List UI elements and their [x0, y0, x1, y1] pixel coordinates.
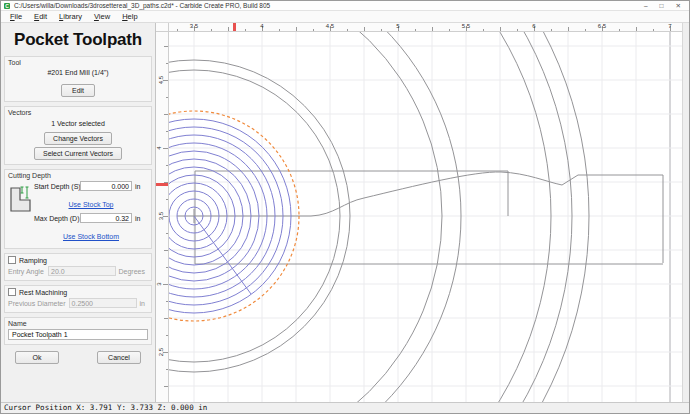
cursor-position-marker-x: [233, 23, 236, 31]
ruler-label: 3.5: [190, 23, 198, 29]
ruler-tick: [164, 250, 168, 251]
minimize-icon[interactable]: –: [644, 1, 648, 11]
vectors-group: Vectors 1 Vector selected Change Vectors…: [4, 106, 152, 165]
ruler-tick: [381, 29, 382, 32]
close-icon[interactable]: ✕: [676, 1, 681, 11]
ruler-label: 3: [156, 282, 162, 285]
ruler-tick: [619, 29, 620, 32]
ruler-tick: [166, 97, 169, 98]
ruler-tick: [166, 199, 169, 200]
previous-diameter-input: 0.2500: [69, 298, 137, 308]
entry-angle-label: Entry Angle: [8, 268, 48, 275]
ruler-tick: [164, 114, 168, 115]
window-controls: – □ ✕: [644, 1, 689, 11]
use-stock-top-link[interactable]: Use Stock Top: [68, 201, 113, 208]
ruler-tick: [636, 27, 637, 31]
entry-angle-input: 20.0: [48, 266, 116, 276]
ruler-tick: [163, 284, 168, 285]
ruler-tick: [166, 165, 169, 166]
previous-diameter-label: Previous Diameter: [8, 300, 69, 307]
menu-item-view[interactable]: View: [88, 11, 116, 23]
ruler-tick: [432, 27, 433, 31]
ruler-tick: [164, 318, 168, 319]
ramping-checkbox[interactable]: [8, 256, 16, 264]
ruler-tick: [166, 63, 169, 64]
start-depth-input[interactable]: 0.000: [80, 181, 132, 191]
ruler-tick: [164, 386, 168, 387]
menu-item-edit[interactable]: Edit: [28, 11, 53, 23]
ruler-tick: [164, 46, 168, 47]
ruler-tick: [166, 369, 169, 370]
ruler-tick: [166, 131, 169, 132]
menu-bar: FileEditLibraryViewHelp: [1, 11, 689, 23]
max-depth-input[interactable]: 0.32: [80, 213, 132, 223]
ruler-label: 4: [156, 146, 162, 149]
ruler-tick: [166, 335, 169, 336]
start-depth-label: Start Depth (S): [34, 183, 80, 190]
cancel-button[interactable]: Cancel: [97, 351, 141, 364]
toolpath-name-input[interactable]: Pocket Toolpath 1: [8, 329, 148, 340]
app-icon: C: [4, 3, 10, 9]
ruler-tick: [347, 29, 348, 32]
status-bar: Cursor Position X: 3.791 Y: 3.733 Z: 0.0…: [1, 402, 689, 413]
rest-machining-checkbox[interactable]: [8, 288, 16, 296]
max-depth-label: Max Depth (D): [34, 215, 80, 222]
page-title: Pocket Toolpath: [1, 30, 155, 50]
max-depth-unit: in: [132, 215, 140, 222]
ramping-group: Ramping Entry Angle 20.0 Degrees: [4, 253, 152, 281]
workspace-outside-area: [682, 23, 689, 402]
ruler-tick: [177, 29, 178, 32]
ruler-tick: [163, 148, 168, 149]
ruler-label: 3.5: [158, 212, 164, 220]
menu-item-file[interactable]: File: [4, 11, 28, 23]
use-stock-bottom-link[interactable]: Use Stock Bottom: [63, 233, 119, 240]
ruler-label: 4.5: [326, 23, 334, 29]
maximize-icon[interactable]: □: [660, 1, 664, 11]
ruler-tick: [500, 27, 501, 31]
outer-ring-vector[interactable]: [169, 32, 572, 402]
ruler-tick: [364, 27, 365, 31]
change-vectors-button[interactable]: Change Vectors: [44, 132, 112, 145]
ruler-label: 2.5: [158, 348, 164, 356]
window-title: C:/Users/willa/Downloads/3drosettereal_3…: [14, 2, 270, 9]
ruler-tick: [245, 29, 246, 32]
outer-ring-vector[interactable]: [169, 32, 461, 402]
tool-group: Tool #201 End Mill (1/4") Edit: [4, 56, 152, 102]
previous-diameter-unit: in: [137, 300, 148, 307]
ruler-label: 4.5: [158, 76, 164, 84]
design-canvas[interactable]: [169, 32, 682, 402]
outer-ring-vector[interactable]: [169, 32, 442, 402]
name-group-label: Name: [8, 320, 148, 327]
profile-curve-vector[interactable]: [311, 172, 578, 216]
menu-item-help[interactable]: Help: [116, 11, 143, 23]
horizontal-ruler: 3.544.555.566.57: [169, 23, 689, 32]
outer-ring-vector[interactable]: [169, 32, 551, 402]
start-depth-unit: in: [132, 183, 140, 190]
ruler-tick: [653, 29, 654, 32]
tool-group-label: Tool: [8, 59, 148, 66]
depth-diagram-icon: [9, 185, 33, 215]
ruler-tick: [166, 301, 169, 302]
cutting-depth-group-label: Cutting Depth: [8, 172, 148, 179]
vertical-ruler: 4.543.532.5: [156, 32, 169, 402]
menu-item-library[interactable]: Library: [53, 11, 88, 23]
tool-name: #201 End Mill (1/4"): [8, 69, 148, 76]
cursor-position-marker-y: [156, 183, 168, 186]
ruler-label: 5: [396, 23, 399, 29]
edit-tool-button[interactable]: Edit: [61, 84, 95, 97]
ruler-label: 6: [532, 23, 535, 29]
ruler-tick: [483, 29, 484, 32]
ok-button[interactable]: Ok: [15, 351, 59, 364]
design-svg: [169, 32, 682, 402]
ruler-tick: [585, 29, 586, 32]
select-current-vectors-button[interactable]: Select Current Vectors: [34, 147, 122, 160]
vectors-selected-status: 1 Vector selected: [51, 120, 105, 127]
ruler-tick: [568, 27, 569, 31]
ruler-tick: [296, 27, 297, 31]
ruler-label: 4: [260, 23, 263, 29]
rest-machining-group: Rest Machining Previous Diameter 0.2500 …: [4, 285, 152, 313]
title-bar: C C:/Users/willa/Downloads/3drosettereal…: [1, 1, 689, 11]
cursor-position-readout: Cursor Position X: 3.791 Y: 3.733 Z: 0.0…: [4, 403, 207, 412]
radial-vector-line[interactable]: [194, 216, 251, 294]
name-group: Name Pocket Toolpath 1: [4, 317, 152, 345]
